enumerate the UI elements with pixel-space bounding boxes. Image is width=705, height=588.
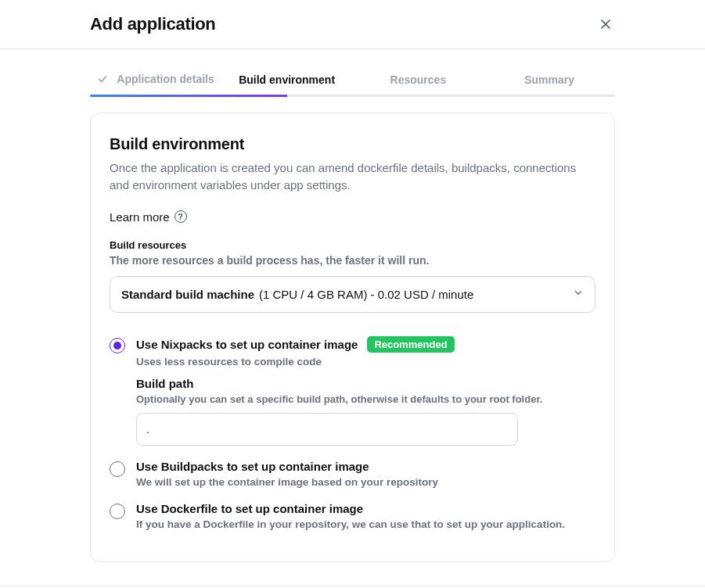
radio-option-buildpacks[interactable]: Use Buildpacks to set up container image… bbox=[110, 455, 595, 497]
radio-inner bbox=[113, 342, 121, 350]
close-button[interactable] bbox=[596, 15, 615, 34]
radio-body: Use Buildpacks to set up container image… bbox=[136, 460, 595, 488]
learn-more-text: Learn more bbox=[110, 210, 170, 224]
radio-title: Use Dockerfile to set up container image bbox=[136, 502, 363, 515]
radio-button[interactable] bbox=[110, 504, 125, 519]
build-resources-hint: The more resources a build process has, … bbox=[110, 254, 595, 267]
radio-button[interactable] bbox=[110, 338, 125, 353]
step-application-details[interactable]: Application details bbox=[90, 68, 221, 95]
learn-more-link[interactable]: Learn more ? bbox=[110, 210, 595, 224]
close-icon bbox=[599, 18, 612, 30]
radio-option-dockerfile[interactable]: Use Dockerfile to set up container image… bbox=[110, 497, 595, 540]
step-summary[interactable]: Summary bbox=[484, 69, 615, 94]
build-machine-select[interactable]: Standard build machine (1 CPU / 4 GB RAM… bbox=[110, 276, 595, 313]
build-path-section: Build path Optionally you can set a spec… bbox=[136, 377, 595, 446]
radio-body: Use Dockerfile to set up container image… bbox=[136, 502, 595, 530]
build-path-input[interactable] bbox=[136, 413, 518, 446]
modal-content: Application details Build environment Re… bbox=[0, 49, 705, 586]
radio-help: If you have a Dockerfile in your reposit… bbox=[136, 518, 595, 530]
radio-title-row: Use Buildpacks to set up container image bbox=[136, 460, 595, 473]
build-method-radio-group: Use Nixpacks to set up container image R… bbox=[110, 332, 595, 540]
step-label: Application details bbox=[117, 73, 214, 85]
step-resources[interactable]: Resources bbox=[353, 69, 484, 94]
step-build-environment[interactable]: Build environment bbox=[221, 69, 353, 94]
help-icon: ? bbox=[174, 210, 187, 223]
step-label: Resources bbox=[390, 74, 447, 86]
progress-fill bbox=[90, 95, 287, 97]
modal-title: Add application bbox=[90, 14, 216, 34]
progress-track bbox=[90, 95, 615, 97]
radio-body: Use Nixpacks to set up container image R… bbox=[136, 336, 595, 446]
build-path-help: Optionally you can set a specific build … bbox=[136, 393, 595, 405]
step-label: Summary bbox=[524, 74, 574, 86]
radio-help: Uses less resources to compile code bbox=[136, 356, 595, 368]
check-icon bbox=[97, 74, 108, 87]
radio-title: Use Nixpacks to set up container image bbox=[136, 338, 358, 351]
radio-title: Use Buildpacks to set up container image bbox=[136, 460, 369, 473]
step-label: Build environment bbox=[239, 74, 335, 86]
build-machine-detail: (1 CPU / 4 GB RAM) - 0.02 USD / minute bbox=[259, 288, 473, 301]
build-resources-label: Build resources bbox=[110, 239, 595, 251]
section-title: Build environment bbox=[110, 135, 595, 153]
modal-header: Add application bbox=[0, 0, 705, 49]
wizard-steps: Application details Build environment Re… bbox=[90, 68, 615, 95]
radio-button[interactable] bbox=[110, 461, 125, 477]
build-path-label: Build path bbox=[136, 377, 595, 390]
radio-option-nixpacks[interactable]: Use Nixpacks to set up container image R… bbox=[110, 332, 595, 455]
radio-title-row: Use Nixpacks to set up container image R… bbox=[136, 336, 595, 353]
recommended-badge: Recommended bbox=[367, 336, 454, 353]
chevron-down-icon bbox=[573, 288, 584, 301]
section-description: Once the application is created you can … bbox=[110, 160, 595, 195]
build-environment-card: Build environment Once the application i… bbox=[90, 113, 615, 562]
radio-help: We will set up the container image based… bbox=[136, 476, 595, 488]
build-machine-name: Standard build machine bbox=[121, 288, 254, 301]
radio-title-row: Use Dockerfile to set up container image bbox=[136, 502, 595, 515]
